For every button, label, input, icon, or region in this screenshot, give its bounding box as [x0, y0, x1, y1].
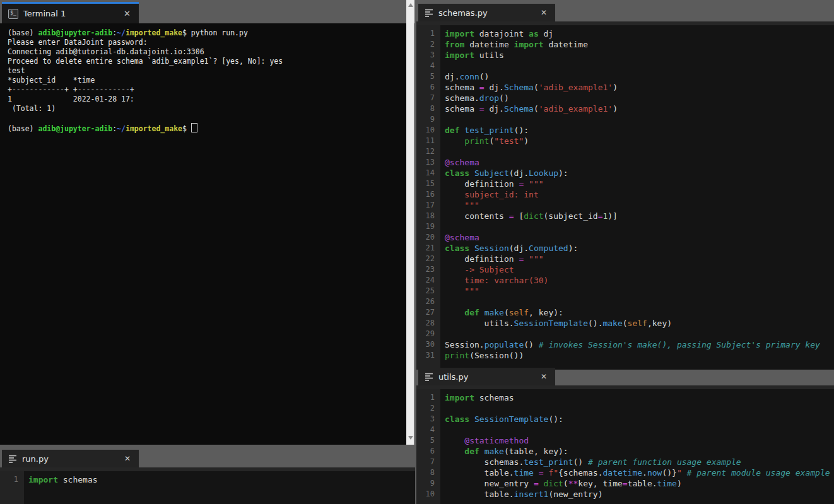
line-number: 1 [0, 474, 24, 485]
code-line: 11 print("test") [416, 136, 834, 146]
code-token: drop [479, 93, 499, 103]
code-token [524, 179, 529, 189]
code-token: datajoint [474, 29, 529, 38]
code-text: subject_id: int [440, 189, 539, 200]
code-token: schemas [58, 475, 98, 484]
line-number: 14 [416, 168, 440, 179]
code-token: (dj. [509, 168, 529, 178]
code-token: time: varchar(30) [464, 276, 548, 285]
tab-utils-py[interactable]: utils.py ✕ [418, 368, 555, 385]
code-line: 26 [416, 296, 834, 307]
line-number: 10 [416, 125, 440, 136]
code-token: subject_id: int [464, 190, 538, 199]
line-number: 7 [416, 93, 440, 103]
code-line: 17 """ [416, 200, 834, 211]
code-text: -> Subject [440, 264, 514, 275]
code-token: test_print [524, 457, 573, 467]
code-text: schema.drop() [440, 93, 509, 103]
code-token [445, 265, 464, 274]
code-token: SessionTemplate [474, 414, 548, 424]
code-token: dj. [445, 72, 459, 81]
close-icon[interactable]: ✕ [539, 372, 549, 381]
code-token: datetime [544, 40, 588, 49]
code-line: 14class Subject(dj.Lookup): [416, 168, 834, 179]
line-number: 3 [416, 50, 440, 61]
code-line: 15 definition = """ [416, 179, 834, 189]
code-token: ) [613, 104, 618, 114]
code-text [440, 403, 445, 414]
line-number: 8 [416, 467, 440, 478]
run-py-pane: run.py ✕ 1import schemas [0, 450, 415, 504]
code-token: (): [514, 126, 529, 135]
terminal-scrollbar[interactable] [406, 0, 414, 445]
code-token: Session. [445, 340, 485, 349]
file-icon [425, 8, 433, 17]
terminal-line: Proceed to delete entire schema `adib_ex… [8, 57, 401, 66]
line-number: 11 [416, 136, 440, 146]
code-token: utils. [445, 319, 514, 328]
code-token: () [479, 72, 490, 81]
code-text: from datetime import datetime [440, 39, 588, 50]
code-token: ( [534, 104, 539, 114]
terminal-line: (Total: 1) [8, 104, 401, 114]
code-token: Schema [504, 83, 534, 92]
code-text: import schemas [24, 474, 98, 485]
run-py-tabbar: run.py ✕ [0, 450, 415, 467]
close-icon[interactable]: ✕ [539, 8, 549, 17]
terminal-text: $ [182, 124, 191, 133]
code-line: 30Session.populate() # invokes Session's… [416, 339, 834, 350]
code-line: 5dj.conn() [416, 71, 834, 82]
code-text: """ [440, 200, 479, 211]
code-line: 25 """ [416, 286, 834, 296]
scroll-up-icon[interactable] [408, 3, 413, 7]
schemas-py-editor[interactable]: 1import datajoint as dj2from datetime im… [416, 25, 834, 370]
code-token: -> Subject [464, 265, 514, 274]
code-text [440, 146, 445, 157]
code-token: "test" [494, 136, 524, 146]
terminal-line: Connecting adib@tutorial-db.datajoint.io… [8, 47, 401, 57]
code-token: as [529, 29, 539, 38]
terminal-text [191, 123, 197, 132]
tab-terminal-1[interactable]: $_ Terminal 1 ✕ [2, 2, 139, 23]
close-icon[interactable]: ✕ [122, 454, 132, 463]
run-py-editor[interactable]: 1import schemas [0, 471, 415, 504]
line-number: 9 [416, 478, 440, 489]
tab-schemas-py[interactable]: schemas.py ✕ [418, 4, 555, 21]
code-text: new_entry = dict(**key, time=table.time) [440, 478, 682, 489]
line-number: 2 [416, 403, 440, 414]
code-line: 9 [416, 114, 834, 125]
code-token: = [623, 479, 628, 488]
scroll-down-icon[interactable] [408, 436, 413, 440]
code-token: self [509, 308, 529, 317]
code-token: # invokes Session's make(), passing Subj… [539, 340, 820, 349]
utils-py-editor[interactable]: 1import schemas23class SessionTemplate()… [416, 389, 834, 504]
code-line: 16 subject_id: int [416, 189, 834, 200]
code-token [469, 243, 474, 253]
code-token [445, 136, 464, 146]
code-line: 2 [416, 403, 834, 414]
code-token: new_entry [445, 479, 534, 488]
code-token [445, 436, 464, 445]
code-token: dj. [485, 83, 504, 92]
tab-run-py[interactable]: run.py ✕ [2, 450, 139, 467]
code-line: 7schema.drop() [416, 93, 834, 103]
terminal-output[interactable]: (base) adib@jupyter-adib:~/imported_make… [0, 23, 415, 445]
code-token: schemas [474, 393, 514, 402]
code-token: Computed [529, 243, 568, 253]
code-token: def [464, 308, 479, 317]
code-token: () [524, 340, 538, 349]
terminal-tabbar: $_ Terminal 1 ✕ [0, 0, 415, 23]
code-token [445, 190, 464, 199]
code-line: 1import schemas [416, 392, 834, 403]
code-token: class [445, 414, 469, 424]
code-line: 13@schema [416, 157, 834, 168]
code-token: datetime [602, 468, 642, 478]
close-icon[interactable]: ✕ [122, 9, 132, 18]
code-text [440, 329, 445, 339]
code-token: () [499, 93, 509, 103]
code-text [440, 61, 445, 71]
line-number: 22 [416, 254, 440, 264]
code-line: 6schema = dj.Schema('adib_example1') [416, 82, 834, 93]
code-token [445, 201, 464, 210]
code-token: Subject [474, 168, 509, 178]
